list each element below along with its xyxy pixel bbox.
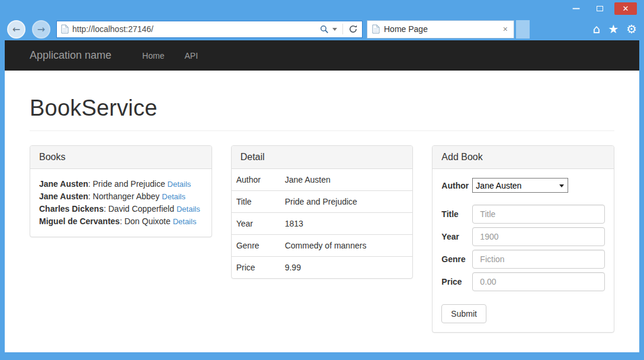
books-panel-body: Jane Austen: Pride and Prejudice Details…: [30, 169, 212, 237]
browser-chrome: ← → http://localhost:27146/: [0, 18, 644, 40]
favorites-star-icon[interactable]: ★: [608, 23, 619, 35]
title-field-row: Title: [441, 205, 605, 224]
divider: [342, 24, 343, 34]
browser-window: ✕ ← → http://localhost:27146/: [0, 0, 644, 360]
panels-row: Books Jane Austen: Pride and Prejudice D…: [30, 145, 614, 333]
list-item: Jane Austen: Pride and Prejudice Details: [39, 178, 203, 190]
minimize-icon: [573, 8, 579, 9]
list-item: Jane Austen: Northanger Abbey Details: [39, 190, 203, 203]
site-navbar: Application name Home API: [5, 40, 639, 71]
author-label: Author: [441, 181, 472, 190]
search-icon[interactable]: [320, 25, 329, 34]
book-title: Northanger Abbey: [93, 192, 160, 201]
home-icon[interactable]: ⌂: [592, 23, 600, 35]
back-button[interactable]: ←: [7, 20, 25, 39]
detail-row-label: Genre: [236, 241, 285, 250]
book-details-link[interactable]: Details: [177, 205, 200, 214]
genre-input[interactable]: [472, 250, 605, 269]
book-author: Jane Austen: [39, 179, 88, 189]
book-separator: :: [88, 179, 93, 189]
tab-title: Home Page: [384, 24, 498, 34]
table-row: Year 1813: [232, 213, 413, 235]
page-content: BookService Books Jane Austen: Pride and…: [5, 95, 639, 333]
genre-label: Genre: [441, 254, 472, 264]
author-select[interactable]: Jane Austen: [472, 178, 568, 193]
window-controls: ✕: [567, 2, 637, 15]
detail-row-label: Year: [236, 219, 285, 228]
detail-row-label: Author: [236, 175, 285, 184]
detail-row-value: 9.99: [285, 263, 408, 272]
year-label: Year: [441, 232, 472, 241]
navbar-brand[interactable]: Application name: [30, 49, 111, 62]
book-details-link[interactable]: Details: [168, 180, 191, 189]
nav-link-home[interactable]: Home: [142, 51, 164, 60]
close-button[interactable]: ✕: [614, 2, 637, 15]
detail-row-value: 1813: [285, 219, 408, 228]
detail-panel: Detail Author Jane Austen Title Pride an…: [231, 145, 414, 279]
book-details-link[interactable]: Details: [173, 217, 197, 226]
book-author: Charles Dickens: [39, 204, 104, 214]
table-row: Author Jane Austen: [232, 169, 413, 191]
divider: [30, 130, 614, 131]
address-bar[interactable]: http://localhost:27146/: [56, 21, 363, 38]
add-book-panel-heading: Add Book: [432, 146, 614, 169]
back-icon: ←: [12, 24, 20, 35]
titlebar[interactable]: ✕: [0, 0, 644, 18]
year-field-row: Year: [441, 227, 605, 246]
book-author: Miguel de Cervantes: [39, 216, 120, 226]
url-text[interactable]: http://localhost:27146/: [72, 24, 316, 34]
detail-table: Author Jane Austen Title Pride and Preju…: [232, 169, 413, 278]
page-title: BookService: [30, 95, 614, 121]
tab-home-page[interactable]: Home Page ×: [367, 20, 514, 39]
title-label: Title: [441, 209, 472, 219]
author-field-row: Author Jane Austen: [441, 178, 605, 193]
tab-page-icon: [372, 24, 380, 34]
page-viewport: Application name Home API BookService Bo…: [5, 40, 639, 352]
list-item: Miguel de Cervantes: Don Quixote Details: [39, 215, 203, 228]
book-separator: :: [120, 216, 124, 226]
refresh-icon[interactable]: [348, 24, 358, 34]
book-separator: :: [88, 192, 93, 201]
close-icon: ✕: [623, 4, 629, 13]
title-input[interactable]: [472, 205, 605, 224]
price-field-row: Price: [441, 272, 605, 291]
year-input[interactable]: [472, 227, 605, 246]
book-title: Pride and Prejudice: [93, 179, 165, 189]
books-panel: Books Jane Austen: Pride and Prejudice D…: [30, 145, 212, 237]
settings-gear-icon[interactable]: ⚙: [626, 23, 637, 35]
maximize-button[interactable]: [591, 2, 608, 15]
submit-button[interactable]: Submit: [441, 304, 486, 323]
book-title: Don Quixote: [124, 216, 171, 226]
price-input[interactable]: [472, 272, 605, 291]
nav-link-api[interactable]: API: [184, 51, 198, 60]
detail-row-value: Pride and Prejudice: [285, 197, 408, 206]
price-label: Price: [441, 277, 472, 286]
table-row: Title Pride and Prejudice: [232, 191, 413, 213]
detail-row-value: Commedy of manners: [285, 241, 408, 250]
add-book-form: Author Jane Austen Title: [432, 169, 614, 332]
books-panel-heading: Books: [30, 146, 212, 169]
detail-row-label: Title: [236, 197, 285, 206]
author-select-wrap: Jane Austen: [472, 178, 568, 193]
detail-row-value: Jane Austen: [285, 175, 408, 184]
detail-panel-heading: Detail: [232, 146, 413, 169]
detail-row-label: Price: [236, 263, 285, 272]
search-dropdown-caret-icon[interactable]: [332, 28, 337, 31]
table-row: Price 9.99: [232, 257, 413, 278]
page-icon: [61, 24, 69, 34]
chrome-toolbar-icons: ⌂ ★ ⚙: [592, 23, 637, 35]
add-book-panel: Add Book Author Jane Austen: [432, 145, 614, 333]
forward-button[interactable]: →: [32, 20, 50, 39]
genre-field-row: Genre: [441, 250, 605, 269]
book-details-link[interactable]: Details: [162, 192, 185, 201]
new-tab-button[interactable]: [516, 20, 530, 39]
forward-icon: →: [37, 24, 45, 35]
book-author: Jane Austen: [39, 192, 88, 201]
book-separator: :: [104, 204, 108, 214]
tab-close-icon[interactable]: ×: [502, 24, 509, 34]
book-title: David Copperfield: [108, 204, 174, 214]
maximize-icon: [597, 6, 603, 11]
list-item: Charles Dickens: David Copperfield Detai…: [39, 203, 203, 215]
table-row: Genre Commedy of manners: [232, 235, 413, 257]
minimize-button[interactable]: [567, 2, 585, 15]
